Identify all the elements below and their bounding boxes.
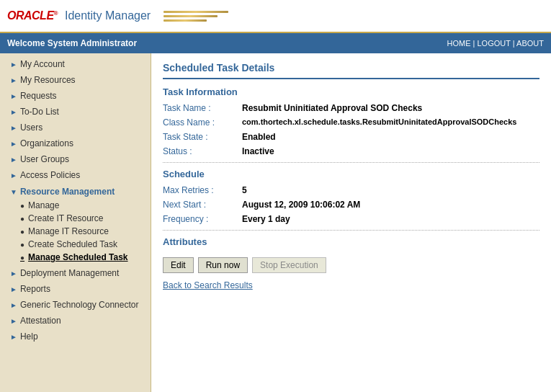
content-area: Scheduled Task Details Task Information … — [151, 53, 551, 392]
back-to-search-results-link[interactable]: Back to Search Results — [163, 280, 253, 290]
section-separator-1 — [163, 162, 539, 163]
arrow-icon: ► — [10, 301, 17, 309]
sidebar-sub-create-scheduled-task[interactable]: ● Create Scheduled Task — [0, 238, 151, 251]
sidebar-item-organizations[interactable]: ► Organizations — [0, 135, 151, 151]
main-layout: ► My Account ► My Resources ► Requests ►… — [0, 53, 551, 392]
sidebar-item-user-groups[interactable]: ► User Groups — [0, 151, 151, 167]
run-now-button[interactable]: Run now — [198, 257, 248, 273]
stop-execution-button[interactable]: Stop Execution — [252, 257, 326, 273]
bullet-icon: ● — [20, 228, 24, 236]
sidebar-item-help[interactable]: ► Help — [0, 329, 151, 344]
section-attributes-title: Attributes — [163, 236, 539, 247]
sidebar-item-to-do-list[interactable]: ► To-Do List — [0, 104, 151, 120]
nav-links[interactable]: HOME | LOGOUT | ABOUT — [447, 39, 544, 48]
arrow-icon: ► — [10, 108, 17, 116]
sidebar-item-access-policies[interactable]: ► Access Policies — [0, 167, 151, 183]
sidebar-item-my-account[interactable]: ► My Account — [0, 56, 151, 72]
section-separator-2 — [163, 230, 539, 231]
sidebar-sub-manage-it-resource[interactable]: ● Manage IT Resource — [0, 225, 151, 238]
bullet-icon: ● — [20, 241, 24, 249]
edit-button[interactable]: Edit — [163, 257, 194, 273]
field-task-name: Task Name : Resubmit Uninitiated Approva… — [163, 103, 539, 113]
sidebar-item-resource-management[interactable]: ▼ Resource Management — [0, 183, 151, 199]
sidebar-sub-manage[interactable]: ● Manage — [0, 199, 151, 212]
sidebar-sub-manage-scheduled-task[interactable]: ● Manage Scheduled Task — [0, 251, 151, 264]
sidebar-item-requests[interactable]: ► Requests — [0, 88, 151, 104]
sidebar-item-attestation[interactable]: ► Attestation — [0, 313, 151, 329]
title-divider — [163, 78, 539, 79]
field-frequency: Frequency : Every 1 day — [163, 214, 539, 224]
app-title: Identity Manager — [65, 9, 151, 22]
header-decorative-lines — [163, 11, 228, 22]
field-class-name: Class Name : com.thortech.xl.schedule.ta… — [163, 117, 539, 128]
app-header: ORACLE® Identity Manager — [0, 0, 551, 33]
arrow-icon: ► — [10, 270, 17, 277]
arrow-icon: ► — [10, 317, 17, 325]
sidebar-item-deployment-management[interactable]: ► Deployment Management — [0, 265, 151, 281]
arrow-icon: ► — [10, 124, 17, 132]
oracle-logo: ORACLE® — [7, 9, 58, 22]
sidebar-item-generic-technology-connector[interactable]: ► Generic Technology Connector — [0, 297, 151, 313]
expand-icon: ▼ — [10, 188, 17, 196]
arrow-icon: ► — [10, 61, 17, 68]
sidebar-item-users[interactable]: ► Users — [0, 120, 151, 135]
field-next-start: Next Start : August 12, 2009 10:06:02 AM — [163, 200, 539, 210]
bullet-icon: ● — [20, 202, 24, 210]
bullet-icon: ● — [20, 254, 24, 262]
arrow-icon: ► — [10, 172, 17, 179]
arrow-icon: ► — [10, 285, 17, 293]
bullet-icon: ● — [20, 215, 24, 223]
sidebar-item-my-resources[interactable]: ► My Resources — [0, 72, 151, 88]
arrow-icon: ► — [10, 333, 17, 341]
nav-welcome: Welcome System Administrator — [7, 38, 137, 48]
field-max-retries: Max Retries : 5 — [163, 185, 539, 195]
page-title: Scheduled Task Details — [163, 62, 539, 74]
section-schedule-title: Schedule — [163, 169, 539, 179]
nav-bar: Welcome System Administrator HOME | LOGO… — [0, 33, 551, 53]
field-status: Status : Inactive — [163, 146, 539, 156]
section-task-information-title: Task Information — [163, 86, 539, 97]
action-buttons: Edit Run now Stop Execution — [163, 257, 539, 273]
sidebar: ► My Account ► My Resources ► Requests ►… — [0, 53, 151, 392]
arrow-icon: ► — [10, 156, 17, 164]
field-task-state: Task State : Enabled — [163, 132, 539, 142]
sidebar-sub-create-it-resource[interactable]: ● Create IT Resource — [0, 212, 151, 225]
arrow-icon: ► — [10, 92, 17, 100]
arrow-icon: ► — [10, 140, 17, 148]
arrow-icon: ► — [10, 76, 17, 84]
sidebar-item-reports[interactable]: ► Reports — [0, 281, 151, 297]
